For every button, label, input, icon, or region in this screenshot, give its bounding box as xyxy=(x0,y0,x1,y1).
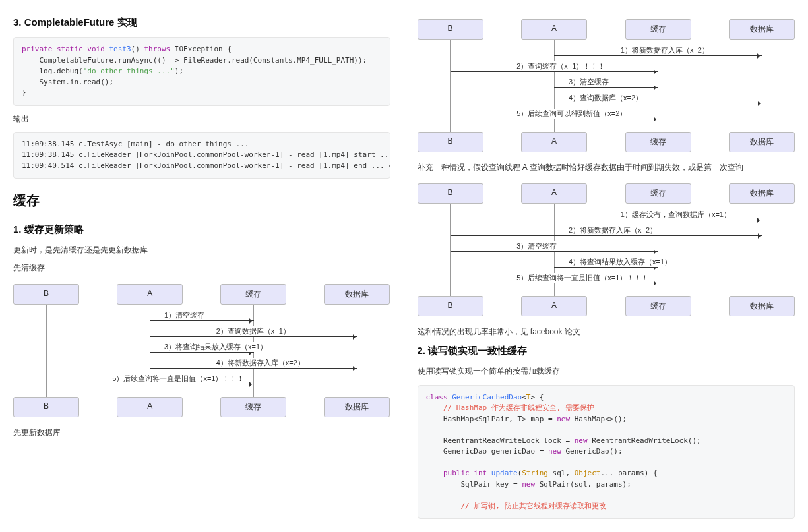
paragraph: 先更新数据库 xyxy=(13,427,390,439)
seq-message: 2）查询数据库（x=1） xyxy=(13,327,390,343)
right-column: BA缓存数据库1）将新数据存入库（x=2）2）查询缓存（x=1）！！！3）清空缓… xyxy=(404,0,809,532)
str: "do other things ..." xyxy=(83,67,175,75)
blank xyxy=(426,425,431,434)
kw: class xyxy=(426,393,448,401)
txt: sql, xyxy=(548,469,575,477)
seq-message: 1）清空缓存 xyxy=(13,311,390,327)
seq-message: 1）缓存没有，查询数据库（x=1） xyxy=(418,210,795,226)
seq-actor: B xyxy=(13,397,79,417)
seq-message: 3）清空缓存 xyxy=(418,78,795,94)
seq-message: 4）查询数据库（x=2） xyxy=(418,94,795,109)
seq-actor: 数据库 xyxy=(729,296,795,316)
output-label: 输出 xyxy=(13,113,390,125)
txt: ReentrantReadWriteLock(); xyxy=(588,436,701,445)
txt: ReentrantReadWriteLock lock = xyxy=(426,436,575,445)
seq-message: 2）查询缓存（x=1）！！！ xyxy=(418,62,795,78)
seq-actor: 数据库 xyxy=(729,19,795,40)
seq-actor: B xyxy=(418,19,483,40)
txt: SqlPair key = xyxy=(426,480,522,488)
txt: log.debug( xyxy=(22,67,83,75)
seq-message-label: 5）后续查询将一直是旧值（x=1）！！！ xyxy=(110,374,246,384)
seq-message: 5）后续查询可以得到新值（x=2） xyxy=(418,109,795,125)
seq-message-label: 2）查询数据库（x=1） xyxy=(214,326,292,336)
kw: public int xyxy=(426,469,487,477)
type: String xyxy=(522,469,548,477)
txt: SqlPair(sql, params); xyxy=(535,480,631,488)
seq-actor: 缓存 xyxy=(220,284,286,305)
seq-message: 3）将查询结果放入缓存（x=1） xyxy=(13,343,390,359)
txt: < xyxy=(522,393,526,401)
code-block-3: class GenericCachedDao<T> { // HashMap 作… xyxy=(418,385,795,519)
seq-actor: 数据库 xyxy=(729,183,795,204)
code-line: System.in.read(); xyxy=(22,78,113,86)
txt: HashMap<SqlPair, T> map = xyxy=(426,415,557,423)
seq-message-label: 5）后续查询可以得到新值（x=2） xyxy=(514,109,629,119)
seq-message: 5）后续查询将一直是旧值（x=1）！！！ xyxy=(418,274,795,289)
heading-completablefuture: 3. CompletableFuture 实现 xyxy=(13,16,390,29)
page: 3. CompletableFuture 实现 private static v… xyxy=(0,0,808,532)
seq-message-label: 5）后续查询将一直是旧值（x=1）！！！ xyxy=(514,273,650,283)
log-line: 11:09:40.514 c.FileReader [ForkJoinPool.… xyxy=(22,162,390,170)
seq-actor: A xyxy=(117,284,183,305)
seq-actor: B xyxy=(418,132,483,152)
seq-message-label: 4）将新数据存入库（x=2） xyxy=(214,358,307,368)
seq-actor: A xyxy=(521,132,587,152)
txt: > { xyxy=(530,393,544,401)
heading-cache-strategy: 1. 缓存更新策略 xyxy=(13,223,390,236)
comment: // HashMap 作为缓存非线程安全, 需要保护 xyxy=(426,403,595,412)
seq-message-label: 1）将新数据存入库（x=2） xyxy=(619,45,711,55)
seq-actor: 数据库 xyxy=(324,284,390,305)
log-line: 11:09:38.145 c.TestAsyc [main] - do othe… xyxy=(22,140,249,148)
paragraph: 更新时，是先清缓存还是先更新数据库 xyxy=(13,244,390,256)
blank xyxy=(426,490,431,499)
seq-actor: A xyxy=(521,183,587,204)
txt: GenericDao genericDao = xyxy=(426,447,548,456)
seq-message-label: 2）将新数据存入库（x=2） xyxy=(567,225,659,235)
seq-message-label: 3）将查询结果放入缓存（x=1） xyxy=(162,342,269,352)
seq-message-label: 1）缓存没有，查询数据库（x=1） xyxy=(619,210,733,220)
txt: ... params) { xyxy=(600,469,657,477)
txt: ); xyxy=(175,67,183,75)
seq-message-label: 4）查询数据库（x=2） xyxy=(567,93,644,103)
txt: GenericDao(); xyxy=(561,447,623,456)
seq-message: 4）将查询结果放入缓存（x=1） xyxy=(418,258,795,274)
kw: new xyxy=(557,415,570,423)
paragraph: 这种情况的出现几率非常小，见 facebook 论文 xyxy=(418,326,795,338)
code-line: CompletableFuture.runAsync(() -> FileRea… xyxy=(22,56,367,65)
fn: update xyxy=(487,469,517,477)
kw: new xyxy=(575,436,588,445)
seq-actor: 缓存 xyxy=(625,132,691,152)
kw: new xyxy=(522,480,535,488)
seq-message: 4）将新数据存入库（x=2） xyxy=(13,359,390,374)
seq-actor: 缓存 xyxy=(625,183,691,204)
paragraph: 使用读写锁实现一个简单的按需加载缓存 xyxy=(418,365,795,378)
seq-actor: 缓存 xyxy=(625,296,691,316)
heading-cache: 缓存 xyxy=(13,192,390,214)
seq-message: 5）后续查询将一直是旧值（x=1）！！！ xyxy=(13,374,390,390)
txt: IOException { xyxy=(170,45,232,53)
comment: // 加写锁, 防止其它线程对缓存读取和更改 xyxy=(426,502,606,510)
seq-actor: A xyxy=(117,397,183,417)
seq-message-label: 2）查询缓存（x=1）！！！ xyxy=(514,61,607,71)
seq-message-label: 4）将查询结果放入缓存（x=1） xyxy=(567,257,673,267)
paragraph: 先清缓存 xyxy=(13,262,390,274)
seq-actor: A xyxy=(521,19,587,40)
log-line: 11:09:38.145 c.FileReader [ForkJoinPool.… xyxy=(22,150,390,159)
sequence-diagram-2: BA缓存数据库1）将新数据存入库（x=2）2）查询缓存（x=1）！！！3）清空缓… xyxy=(418,19,795,152)
seq-actor: 数据库 xyxy=(729,132,795,152)
kw: private static void xyxy=(22,45,105,53)
seq-message: 2）将新数据存入库（x=2） xyxy=(418,226,795,242)
code-line: } xyxy=(22,88,26,97)
code-block-2: 11:09:38.145 c.TestAsyc [main] - do othe… xyxy=(13,132,390,179)
seq-actor: 缓存 xyxy=(625,19,691,40)
seq-message: 1）将新数据存入库（x=2） xyxy=(418,46,795,62)
seq-actor: 缓存 xyxy=(220,397,286,417)
seq-actor: A xyxy=(521,296,587,316)
blank xyxy=(426,458,431,467)
heading-rwlock: 2. 读写锁实现一致性缓存 xyxy=(418,345,795,357)
seq-message-label: 1）清空缓存 xyxy=(162,310,206,320)
seq-message-label: 3）清空缓存 xyxy=(567,77,611,87)
sequence-diagram-1: BA缓存数据库1）清空缓存2）查询数据库（x=1）3）将查询结果放入缓存（x=1… xyxy=(13,284,390,417)
fn: test3 xyxy=(105,45,131,53)
kw: throws xyxy=(144,45,170,53)
